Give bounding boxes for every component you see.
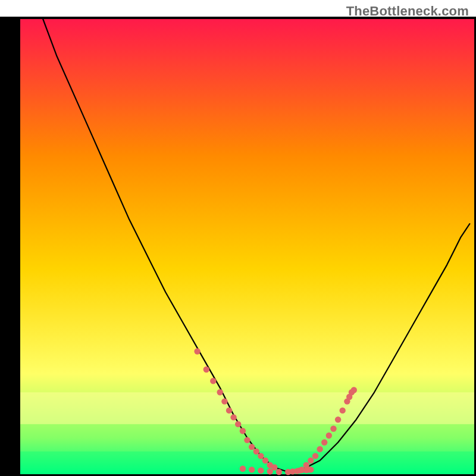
svg-point-28 (312, 453, 318, 459)
svg-point-38 (351, 387, 357, 393)
svg-point-10 (203, 367, 209, 372)
svg-point-34 (340, 408, 346, 414)
svg-point-27 (308, 458, 314, 464)
svg-point-19 (249, 444, 255, 450)
svg-point-39 (240, 466, 246, 472)
svg-point-40 (249, 466, 255, 472)
svg-point-22 (262, 458, 268, 464)
svg-point-31 (326, 433, 332, 439)
svg-point-51 (308, 466, 314, 472)
svg-point-17 (240, 428, 246, 434)
svg-point-21 (258, 453, 264, 459)
svg-point-42 (267, 468, 273, 474)
svg-point-18 (244, 437, 250, 443)
svg-rect-4 (0, 17, 20, 476)
svg-point-30 (321, 439, 327, 445)
svg-point-43 (276, 469, 282, 475)
svg-rect-8 (20, 452, 474, 474)
svg-point-20 (253, 449, 259, 455)
svg-point-33 (335, 416, 341, 422)
svg-point-11 (210, 378, 216, 384)
watermark: TheBottleneck.com (346, 4, 469, 19)
svg-point-29 (317, 446, 322, 452)
svg-point-13 (221, 398, 227, 404)
svg-point-32 (330, 425, 336, 431)
svg-point-41 (258, 468, 264, 474)
bottleneck-chart (0, 0, 476, 476)
chart-svg (0, 0, 476, 476)
svg-point-14 (226, 408, 232, 414)
svg-point-9 (194, 348, 200, 354)
svg-point-15 (230, 414, 236, 420)
svg-point-12 (217, 389, 223, 395)
svg-rect-7 (20, 392, 474, 424)
svg-point-16 (235, 421, 241, 427)
